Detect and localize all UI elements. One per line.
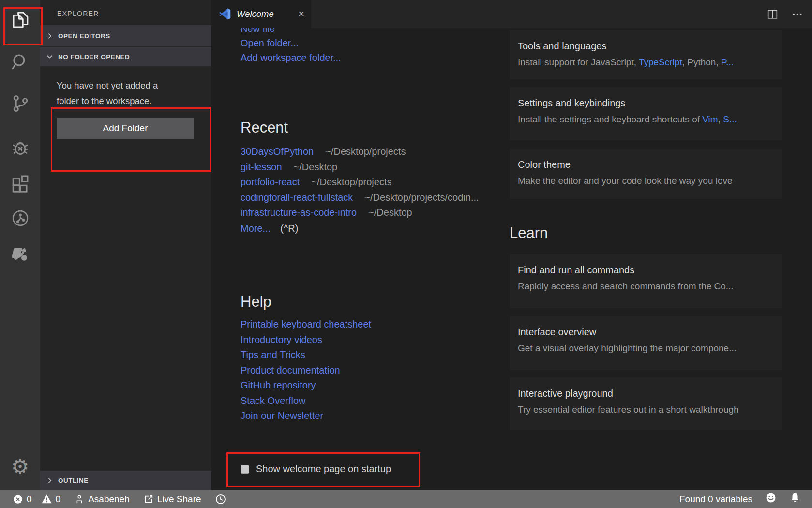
recent-link[interactable]: 30DaysOfPython [241,146,314,157]
more-languages-link[interactable]: P... [721,57,734,67]
clock-icon [215,493,226,505]
startup-checkbox-row[interactable]: Show welcome page on startup [241,463,391,475]
user-name: Asabeneh [88,494,130,505]
card-settings-and-keybindings[interactable]: Settings and keybindings Install the set… [510,87,782,140]
activity-item-live-share[interactable] [0,243,40,267]
card-interface-overview[interactable]: Interface overview Get a visual overlay … [510,316,782,370]
feedback-smiley-icon[interactable] [765,492,777,506]
help-list: Printable keyboard cheatsheet Introducto… [241,317,371,424]
debug-icon [10,137,30,160]
circle-branch-icon [10,208,30,230]
recent-path: ~/Desktop/projects [311,177,391,187]
search-icon [10,52,30,74]
activity-item-explorer[interactable] [0,9,40,32]
recent-link[interactable]: infrastructure-as-code-intro [241,207,357,218]
extensions-icon [10,174,30,196]
start-link-add-workspace-folder[interactable]: Add workspace folder... [241,50,341,65]
recent-more: More...(^R) [241,223,298,234]
card-description: Install support for JavaScript, TypeScri… [518,57,774,68]
activity-item-source-control[interactable] [0,93,40,116]
warning-icon [41,493,52,505]
sidebar-explorer: EXPLORER OPEN EDITORS NO FOLDER OPENED Y… [40,0,211,490]
card-interactive-playground[interactable]: Interactive playground Try essential edi… [510,377,782,430]
chevron-down-icon [45,53,54,61]
warning-count: 0 [56,494,61,505]
recent-item: 30DaysOfPython~/Desktop/projects [241,144,479,160]
recent-path: ~/Desktop/projects [325,146,406,157]
tab-bar: Welcome × [211,0,812,28]
help-link-tips-and-tricks[interactable]: Tips and Tricks [241,347,371,363]
recent-item: git-lesson~/Desktop [241,160,479,175]
help-link-stack-overflow[interactable]: Stack Overflow [241,393,371,409]
card-description: Make the editor and your code look the w… [518,176,774,186]
learn-heading: Learn [510,224,548,242]
error-icon [13,494,23,505]
sidebar-title: EXPLORER [57,10,99,17]
checkbox-icon[interactable] [241,465,249,474]
recent-link[interactable]: portfolio-react [241,177,300,187]
card-title: Tools and languages [518,41,774,52]
start-link-open-folder[interactable]: Open folder... [241,36,341,50]
recent-link[interactable]: codingforall-react-fullstack [241,192,353,203]
status-bar: 0 0 Asabeneh Live Share Found 0 var [0,490,812,508]
card-color-theme[interactable]: Color theme Make the editor and your cod… [510,149,782,199]
live-share-status[interactable]: Live Share [143,494,201,505]
gear-icon: ⚙ [11,457,30,477]
card-description: Install the settings and keyboard shortc… [518,114,774,125]
section-label: OPEN EDITORS [58,32,110,40]
chevron-right-icon [45,32,54,40]
no-folder-message: You have not yet added a folder to the w… [57,78,158,109]
card-title: Interactive playground [518,388,774,399]
help-link-keyboard-cheatsheet[interactable]: Printable keyboard cheatsheet [241,317,371,332]
notifications-bell-icon[interactable] [789,492,801,506]
help-link-product-documentation[interactable]: Product documentation [241,363,371,378]
card-description: Get a visual overlay highlighting the ma… [518,343,774,354]
card-title: Find and run all commands [518,265,774,276]
vim-link[interactable]: Vim [702,114,718,124]
help-link-github-repository[interactable]: GitHub repository [241,378,371,393]
section-outline[interactable]: OUTLINE [40,471,211,490]
card-tools-and-languages[interactable]: Tools and languages Install support for … [510,30,782,79]
error-count: 0 [27,494,32,505]
activity-item-search[interactable] [0,51,40,75]
found-variables-status[interactable]: Found 0 variables [679,494,752,505]
more-shortcut: (^R) [280,223,298,234]
card-find-run-commands[interactable]: Find and run all commands Rapidly access… [510,254,782,308]
activity-item-commit-graph[interactable] [0,208,40,231]
section-label: NO FOLDER OPENED [58,53,130,60]
start-links: New file Open folder... Add workspace fo… [241,28,341,65]
recent-item: infrastructure-as-code-intro~/Desktop [241,205,479,221]
more-actions-icon[interactable] [791,8,803,20]
help-heading: Help [241,293,271,311]
card-title: Interface overview [518,327,774,338]
section-label: OUTLINE [58,477,89,484]
live-share-icon [10,244,30,266]
card-description: Try essential editor features out in a s… [518,404,774,415]
account-status[interactable]: Asabeneh [74,494,130,505]
recent-list: 30DaysOfPython~/Desktop/projects git-les… [241,144,479,221]
recent-link[interactable]: git-lesson [241,162,282,172]
split-editor-icon[interactable] [767,8,779,20]
clock-status[interactable] [215,493,226,505]
tab-welcome[interactable]: Welcome × [211,0,311,28]
activity-item-manage[interactable]: ⚙ [0,455,40,478]
activity-bar: ⚙ [0,0,40,490]
activity-item-extensions[interactable] [0,173,40,196]
section-open-editors[interactable]: OPEN EDITORS [40,25,211,46]
more-keybindings-link[interactable]: S... [723,114,737,124]
close-icon[interactable]: × [298,9,304,19]
help-link-introductory-videos[interactable]: Introductory videos [241,332,371,348]
recent-item: codingforall-react-fullstack~/Desktop/pr… [241,190,479,206]
typescript-link[interactable]: TypeScript [639,57,682,67]
editor-actions [767,0,803,28]
editor-area: Welcome × New file Open folder... Add wo… [211,0,812,490]
start-link-new-file[interactable]: New file [241,28,341,36]
activity-item-debug[interactable] [0,137,40,160]
vscode-logo-icon [219,8,231,20]
problems-status[interactable]: 0 0 [13,493,60,505]
more-link[interactable]: More... [241,223,271,234]
card-description: Rapidly access and search commands from … [518,281,774,292]
section-no-folder-opened[interactable]: NO FOLDER OPENED [40,47,211,66]
add-folder-button[interactable]: Add Folder [57,118,194,139]
help-link-join-newsletter[interactable]: Join our Newsletter [241,408,371,424]
